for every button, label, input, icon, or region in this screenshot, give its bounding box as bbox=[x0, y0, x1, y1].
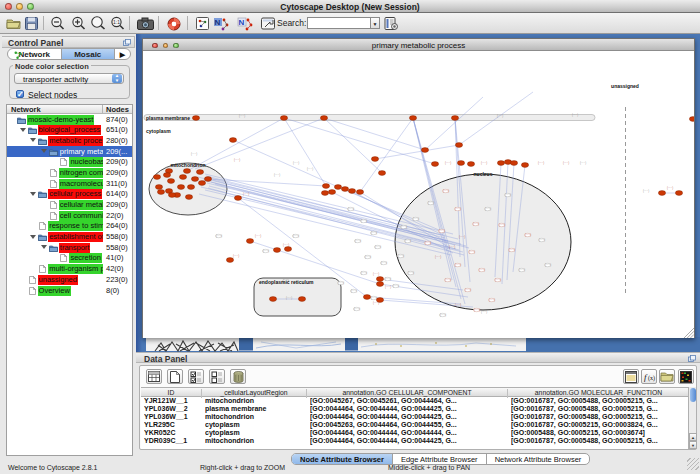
graph-node[interactable] bbox=[328, 190, 335, 195]
tree-row-primary-metabol[interactable]: primary metabol209(... bbox=[7, 146, 132, 157]
new-network-selected-nodes-button[interactable]: N bbox=[212, 15, 230, 32]
help-button[interactable] bbox=[165, 15, 183, 32]
graph-node[interactable] bbox=[229, 138, 236, 143]
graph-node[interactable] bbox=[168, 193, 175, 198]
tree-row-biological-process[interactable]: biological_process651(0) bbox=[7, 125, 132, 136]
graph-node[interactable] bbox=[457, 161, 464, 166]
graph-node[interactable] bbox=[689, 117, 694, 122]
tree-expander-icon[interactable] bbox=[30, 192, 36, 196]
table-scrollbar[interactable]: ▲ ▼ bbox=[688, 387, 696, 449]
scrollbar-thumb[interactable] bbox=[690, 388, 696, 402]
import-attributes-file-button[interactable] bbox=[659, 369, 675, 384]
tree-row-establishment-of-lo[interactable]: establishment of lo558(0) bbox=[7, 232, 132, 243]
graph-node[interactable] bbox=[204, 177, 211, 182]
graph-node[interactable] bbox=[455, 143, 462, 148]
new-network-button[interactable] bbox=[193, 15, 211, 32]
import-attributes-button[interactable] bbox=[382, 15, 400, 32]
graph-node[interactable] bbox=[376, 277, 383, 282]
graph-node[interactable] bbox=[334, 185, 341, 190]
tree-row-secretion[interactable]: secretion41(0) bbox=[7, 253, 132, 264]
tree-expander-icon[interactable] bbox=[30, 138, 36, 142]
attribute-list-button[interactable] bbox=[623, 369, 639, 384]
tree-expander-icon[interactable] bbox=[41, 245, 47, 249]
graph-node[interactable] bbox=[183, 169, 190, 174]
heatmap-button[interactable] bbox=[678, 369, 694, 384]
unselect-all-attributes-button[interactable] bbox=[209, 369, 225, 384]
graph-node[interactable] bbox=[376, 282, 383, 287]
select-all-attributes-button[interactable] bbox=[188, 369, 204, 384]
tree-row-mosaic-demo-yeast[interactable]: mosaic-demo-yeast874(0) bbox=[7, 114, 132, 125]
search-input[interactable] bbox=[307, 17, 371, 29]
graph-node[interactable] bbox=[378, 171, 385, 176]
tab-mosaic[interactable]: Mosaic bbox=[61, 49, 116, 59]
graph-node[interactable] bbox=[322, 184, 329, 189]
snapshot-button[interactable] bbox=[136, 15, 154, 32]
graph-node[interactable] bbox=[280, 116, 287, 121]
zoom-out-button[interactable] bbox=[48, 15, 66, 32]
graph-node[interactable] bbox=[153, 175, 160, 180]
table-row[interactable]: YDR039C__1mitochondrion[GO:0044464, GO:0… bbox=[141, 437, 690, 445]
node-color-combobox[interactable]: transporter activity ▲▼ bbox=[14, 73, 124, 84]
zoom-selected-button[interactable] bbox=[89, 15, 107, 32]
graph-node[interactable] bbox=[376, 298, 383, 303]
graph-node[interactable] bbox=[177, 185, 184, 190]
tab-overflow-arrow[interactable]: ▶ bbox=[115, 49, 130, 59]
tree-expander-icon[interactable] bbox=[41, 149, 47, 153]
zoom-in-button[interactable] bbox=[69, 15, 87, 32]
tree-column-network[interactable]: Network bbox=[11, 105, 41, 114]
tree-row-overview[interactable]: Overview8(0) bbox=[7, 285, 132, 296]
graph-node[interactable] bbox=[521, 163, 528, 168]
table-row[interactable]: YPL036W__1mitochondrion[GO:0044464, GO:0… bbox=[141, 413, 690, 421]
open-file-button[interactable] bbox=[4, 15, 22, 32]
graph-node[interactable] bbox=[371, 157, 378, 162]
graph-node[interactable] bbox=[246, 239, 253, 244]
tree-row-transport[interactable]: transport558(0) bbox=[7, 242, 132, 253]
graph-node[interactable] bbox=[497, 161, 504, 166]
graph-node[interactable] bbox=[675, 191, 682, 196]
graph-node[interactable] bbox=[155, 185, 162, 190]
graph-node[interactable] bbox=[658, 191, 665, 196]
table-row[interactable]: YKR052Ccytoplasm[GO:0044464, GO:0044444,… bbox=[141, 429, 690, 437]
tree-row-cellular-metabo[interactable]: cellular metabo209(0) bbox=[7, 200, 132, 211]
graph-node[interactable] bbox=[298, 297, 305, 302]
graph-node[interactable] bbox=[192, 116, 199, 121]
new-network-selected-edges-button[interactable]: N bbox=[236, 15, 254, 32]
graph-node[interactable] bbox=[179, 175, 186, 180]
select-attributes-button[interactable] bbox=[146, 369, 162, 384]
tree-expander-icon[interactable] bbox=[20, 128, 26, 132]
resize-grip[interactable] bbox=[687, 458, 699, 470]
graph-node[interactable] bbox=[451, 116, 458, 121]
graph-node[interactable] bbox=[363, 295, 370, 300]
graph-node[interactable] bbox=[187, 185, 194, 190]
table-row[interactable]: YLR295Ccytoplasm[GO:0045263, GO:0044464,… bbox=[141, 421, 690, 429]
graph-node[interactable] bbox=[431, 162, 438, 167]
graph-node[interactable] bbox=[234, 196, 241, 201]
graph-node[interactable] bbox=[421, 148, 428, 153]
tab-network[interactable]: Network bbox=[8, 49, 61, 59]
scroll-up-arrow[interactable]: ▲ bbox=[689, 433, 697, 441]
tree-row-nitrogen-compo[interactable]: nitrogen compo209(0) bbox=[7, 167, 132, 178]
tree-expander-icon[interactable] bbox=[30, 235, 36, 239]
tree-row-metabolic-process[interactable]: metabolic process280(0) bbox=[7, 135, 132, 146]
graph-node[interactable] bbox=[269, 297, 276, 302]
float-panel-icon[interactable] bbox=[123, 39, 131, 46]
graph-node[interactable] bbox=[320, 116, 327, 121]
graph-node[interactable] bbox=[409, 116, 416, 121]
vizmapper-button[interactable] bbox=[259, 15, 277, 32]
graph-node[interactable] bbox=[185, 195, 192, 200]
graph-node[interactable] bbox=[348, 189, 355, 194]
select-nodes-checkbox[interactable]: ✓ bbox=[16, 90, 24, 98]
graph-node[interactable] bbox=[510, 161, 517, 166]
graph-node[interactable] bbox=[191, 177, 198, 182]
graph-node[interactable] bbox=[163, 173, 170, 178]
graph-node[interactable] bbox=[284, 247, 291, 252]
graph-node[interactable] bbox=[157, 190, 164, 195]
graph-node[interactable] bbox=[467, 162, 474, 167]
browser-tab-edge[interactable]: Edge Attribute Browser bbox=[393, 454, 487, 464]
graph-node[interactable] bbox=[198, 181, 205, 186]
tree-row-cellular-process[interactable]: cellular process614(0) bbox=[7, 189, 132, 200]
browser-tab-network[interactable]: Network Attribute Browser bbox=[487, 454, 590, 464]
delete-attribute-button[interactable] bbox=[230, 369, 246, 384]
table-row[interactable]: YJR121W__1mitochondrion[GO:0045267, GO:0… bbox=[141, 397, 690, 405]
browser-tab-node[interactable]: Node Attribute Browser bbox=[292, 454, 393, 464]
